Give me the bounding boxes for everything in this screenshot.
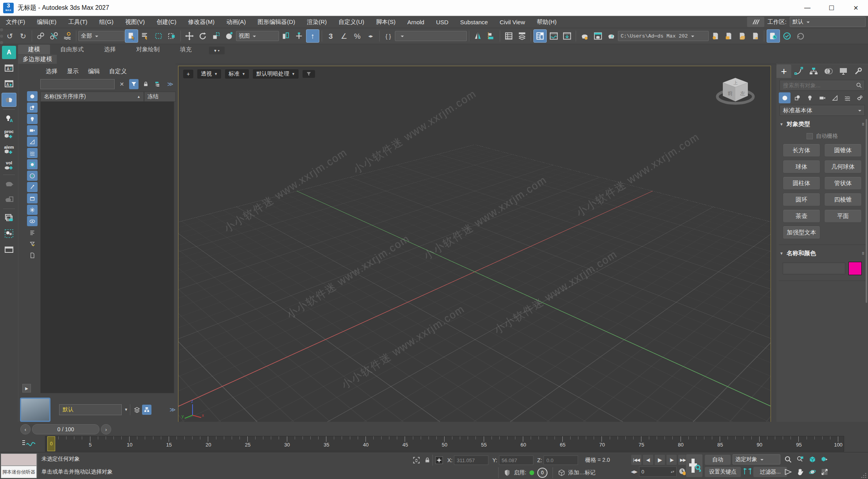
menu-graph-editors[interactable]: 图形编辑器(D) — [252, 16, 301, 28]
menu-tools[interactable]: 工具(T) — [62, 16, 93, 28]
ribbon-tab-selection[interactable]: 选择 — [94, 45, 126, 54]
quick-render-button[interactable] — [605, 30, 618, 42]
select-and-place-button[interactable] — [223, 30, 236, 42]
menu-civil-view[interactable]: Civil View — [494, 16, 531, 28]
ribbon-tab-populate[interactable]: 填充 — [170, 45, 202, 54]
menu-create[interactable]: 创建(C) — [151, 16, 182, 28]
filter-hidden-icon[interactable] — [27, 216, 38, 226]
menu-scripting[interactable]: 脚本(S) — [370, 16, 402, 28]
explorer-lock-icon[interactable] — [141, 79, 151, 89]
current-frame-field[interactable]: 0▴▾ — [639, 466, 677, 477]
enable-status-dot[interactable] — [529, 470, 534, 475]
rectangular-selection-region-button[interactable] — [152, 30, 165, 42]
minimize-button[interactable]: — — [795, 0, 819, 16]
tab-motion[interactable] — [821, 65, 836, 78]
teapot-button[interactable]: 茶壶 — [783, 209, 820, 223]
geosphere-button[interactable]: 几何球体 — [824, 160, 862, 173]
add-marker-label[interactable]: 添加…标记 — [568, 469, 596, 476]
alembic-create-icon[interactable]: alem — [2, 143, 16, 157]
curve-editor-button[interactable] — [547, 30, 560, 42]
select-object-button[interactable] — [125, 29, 138, 43]
menu-help[interactable]: 帮助(H) — [531, 16, 562, 28]
category-geometry-icon[interactable] — [779, 92, 791, 103]
explorer-filter-icon[interactable] — [129, 79, 139, 89]
workspace-dropdown[interactable]: 默认 — [790, 17, 866, 27]
torus-button[interactable]: 圆环 — [783, 193, 820, 206]
explorer-bottom-chevron[interactable]: ≫ — [169, 406, 176, 413]
hierarchy-quick-icon[interactable] — [142, 405, 152, 415]
orbit-icon[interactable] — [807, 467, 818, 477]
batch-render-icon[interactable] — [2, 193, 16, 206]
select-and-link-icon[interactable] — [34, 30, 47, 42]
category-shapes-icon[interactable] — [791, 92, 803, 103]
menu-substance[interactable]: Substance — [454, 16, 494, 28]
unlink-selection-icon[interactable] — [48, 30, 60, 42]
plane-button[interactable]: 平面 — [824, 209, 862, 223]
previous-frame-button[interactable]: ‹ — [20, 424, 31, 434]
box-button[interactable]: 长方体 — [783, 144, 820, 157]
window-resize-grip[interactable] — [861, 473, 866, 478]
maxscript-mini-listener[interactable]: 脚本迷你侦听器 — [1, 466, 37, 478]
filter-groups-icon[interactable] — [27, 193, 38, 203]
asset-export-icon[interactable] — [749, 30, 762, 42]
filter-shapes-icon[interactable] — [27, 103, 38, 113]
selection-set-dropdown-arrow[interactable]: ▼ — [124, 407, 128, 412]
asset-tracking-settings-icon[interactable] — [709, 30, 722, 42]
modeling-mode-icon[interactable]: A — [2, 46, 16, 59]
set-key-button[interactable]: 设置关键点 — [704, 466, 741, 477]
perspective-viewport[interactable]: 小小软件迷 www.xxrjm.com 小小软件迷 www.xxrjm.com … — [178, 66, 771, 423]
explorer-expand-button[interactable]: ▶ — [22, 384, 31, 393]
align-button[interactable] — [485, 30, 497, 42]
zoom-extents-icon[interactable] — [807, 454, 818, 465]
schematic-view-button[interactable] — [561, 30, 573, 42]
snaps-toggle-3d[interactable]: 3 — [324, 30, 337, 42]
viewport-general-menu[interactable]: + — [183, 70, 193, 78]
viewport-filter-icon[interactable] — [303, 70, 315, 78]
explorer-object-list[interactable] — [40, 101, 174, 393]
material-editor-icon[interactable] — [2, 93, 16, 107]
undo-button[interactable]: ↺ — [4, 30, 16, 42]
reference-coordinate-dropdown[interactable]: 视图 — [236, 31, 279, 41]
menu-animation[interactable]: 动画(A) — [220, 16, 252, 28]
render-setup-button[interactable] — [578, 30, 591, 42]
viewport-standard-menu[interactable]: 标准▼ — [225, 69, 249, 79]
menu-views[interactable]: 视图(V) — [119, 16, 151, 28]
viewport-shading-menu[interactable]: 默认明暗处理▼ — [253, 69, 299, 79]
material-preview-swatch[interactable] — [20, 398, 50, 422]
mirror-button[interactable] — [472, 30, 484, 42]
explorer-overflow-chevron[interactable]: ≫ — [167, 81, 173, 88]
select-by-name-button[interactable] — [139, 30, 151, 42]
explorer-menu-display[interactable]: 显示 — [63, 67, 83, 76]
ribbon-tab-object-paint[interactable]: 对象绘制 — [126, 45, 170, 54]
render-layers-icon[interactable] — [2, 211, 16, 225]
layers-quick-icon[interactable] — [132, 405, 142, 415]
explorer-menu-edit[interactable]: 编辑 — [84, 67, 104, 76]
key-tangents-icon[interactable] — [743, 467, 752, 476]
cube-outline-icon[interactable] — [558, 469, 565, 476]
object-name-field[interactable] — [783, 263, 845, 274]
menu-usd[interactable]: USD — [430, 16, 454, 28]
tab-utilities[interactable] — [851, 65, 866, 78]
previous-key-button[interactable]: ◀| — [643, 454, 654, 465]
menu-rendering[interactable]: 渲染(R) — [301, 16, 333, 28]
tab-create[interactable]: + — [776, 65, 791, 78]
key-filter-dropdown[interactable]: 选定对象 — [733, 454, 780, 465]
light-lister-icon[interactable]: A — [2, 112, 16, 125]
isolate-selection-icon[interactable] — [412, 456, 421, 465]
mute-count-badge[interactable]: 0 — [537, 468, 547, 478]
layer-explorer-toggle[interactable] — [516, 30, 528, 42]
track-bar-ruler[interactable]: 0 5 10 15 20 25 30 35 40 45 50 55 60 65 … — [45, 436, 844, 452]
filter-xref-icon[interactable] — [27, 171, 38, 181]
ribbon-tab-freeform[interactable]: 自由形式 — [50, 45, 94, 54]
pyramid-button[interactable]: 四棱锥 — [824, 193, 862, 206]
project-folder-dropdown[interactable]: C:\Users\Ad⋯ds Max 202 — [618, 31, 709, 41]
tab-modify[interactable] — [791, 65, 806, 78]
percent-snap-toggle[interactable]: % — [351, 30, 364, 42]
filter-geometry-icon[interactable] — [27, 91, 38, 101]
category-cameras-icon[interactable] — [816, 92, 828, 103]
pan-hand-icon[interactable] — [795, 467, 805, 477]
filter-lights-icon[interactable] — [27, 114, 38, 124]
workspace-switcher-icon[interactable] — [747, 17, 764, 27]
tab-hierarchy[interactable] — [806, 65, 821, 78]
go-to-start-button[interactable]: |◀◀ — [631, 454, 642, 465]
